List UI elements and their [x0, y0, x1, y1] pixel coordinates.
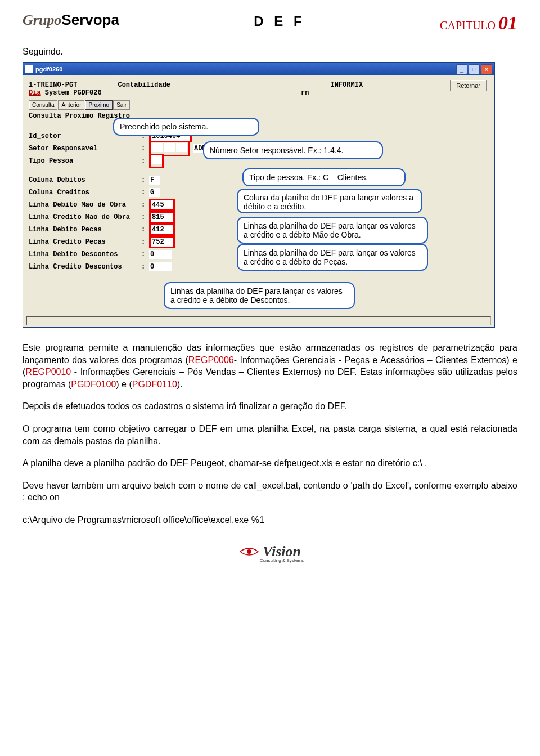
- coluna-creditos-label: Coluna Creditos: [29, 189, 141, 196]
- contabilidade-label: Contabilidade: [118, 81, 170, 89]
- consulta-registro-label: Consulta Proximo Registro: [29, 112, 489, 120]
- callout-linhas-mao-obra: Linhas da planilha do DEF para lançar os…: [237, 217, 428, 244]
- eye-icon: [239, 546, 259, 557]
- treino-label: 1-TREINO-PGT: [29, 81, 77, 89]
- setor-seg3[interactable]: [176, 143, 187, 152]
- linha-credito-mao-obra-value[interactable]: 815: [151, 213, 173, 222]
- status-inset: [26, 316, 491, 325]
- form-area: Preenchido pelo sistema. Número Setor re…: [23, 122, 494, 315]
- svg-point-0: [247, 549, 251, 554]
- close-button[interactable]: ×: [481, 64, 492, 74]
- code-pgdf0110: PGDF0110: [132, 379, 177, 389]
- linha-debito-mao-obra-label: Linha Debito Mao de Obra: [29, 201, 141, 209]
- system-label: System PGDF026: [41, 89, 102, 97]
- setor-seg2[interactable]: [164, 143, 175, 152]
- linha-debito-mao-obra-value[interactable]: 445: [151, 200, 173, 209]
- tipo-pessoa-label: Tipo Pessoa: [29, 157, 141, 165]
- app-window: pgdf0260 _ □ × Retornar 1-TREINO-PGT Con…: [22, 62, 495, 328]
- retornar-button[interactable]: Retornar: [450, 80, 487, 91]
- linha-debito-pecas-label: Linha Debito Pecas: [29, 226, 141, 234]
- doc-title: D E F: [254, 14, 305, 29]
- logo-servopa-word: Servopa: [61, 11, 119, 28]
- informix-label: INFORMIX: [330, 81, 363, 89]
- footer: Vision Consulting & Systems: [22, 543, 518, 563]
- capitulo-number: 01: [498, 12, 518, 33]
- code-regp0006: REGP0006: [188, 355, 234, 365]
- linha-debito-pecas-value[interactable]: 412: [151, 225, 173, 234]
- paragraph-1: Este programa permite a manutenção das i…: [22, 342, 518, 390]
- sair-button[interactable]: Sair: [113, 100, 130, 110]
- logo-gruposervopa: GrupoServopa: [22, 11, 119, 29]
- coluna-debitos-value[interactable]: F: [149, 176, 160, 185]
- linha-debito-descontos-value[interactable]: 0: [149, 250, 172, 259]
- intro-text: Seguindo.: [22, 47, 518, 57]
- dia-label: Dia: [29, 89, 41, 97]
- logo-grupo-word: Grupo: [22, 12, 61, 28]
- toolbar: Retornar 1-TREINO-PGT Contabilidade INFO…: [23, 75, 494, 122]
- rn-label: rn: [301, 89, 309, 97]
- callout-tipo-pessoa: Tipo de pessoa. Ex.: C – Clientes.: [242, 168, 406, 186]
- para1-d: ) e (: [116, 379, 132, 389]
- paragraph-3: O programa tem como objetivo carregar o …: [22, 423, 518, 447]
- code-regp0010: REGP0010: [25, 367, 71, 377]
- tipo-pessoa-value[interactable]: [151, 155, 162, 164]
- paragraph-5: Deve haver também um arquivo batch com o…: [22, 480, 518, 504]
- linha-credito-descontos-label: Linha Credito Descontos: [29, 263, 141, 271]
- paragraph-4: A planilha deve a planilha padrão do DEF…: [22, 457, 518, 469]
- callout-numero-setor: Número Setor responsável. Ex.: 1.4.4.: [203, 141, 383, 159]
- callout-linhas-descontos: Linhas da planilha do DEF para lançar os…: [164, 282, 355, 309]
- proximo-button[interactable]: Proximo: [85, 100, 112, 110]
- paragraph-6: c:\Arquivo de Programas\microsoft office…: [22, 514, 518, 526]
- para1-e: ).: [177, 379, 183, 389]
- callout-linhas-pecas: Linhas da planilha do DEF para lançar os…: [237, 244, 428, 271]
- app-icon: [25, 65, 33, 73]
- capitulo-word: CAPITULO: [440, 19, 496, 32]
- anterior-button[interactable]: Anterior: [58, 100, 84, 110]
- linha-credito-pecas-label: Linha Credito Pecas: [29, 238, 141, 246]
- vision-subtitle: Consulting & Systems: [46, 558, 518, 563]
- minimize-button[interactable]: _: [456, 64, 467, 74]
- window-titlebar: pgdf0260 _ □ ×: [23, 63, 494, 75]
- coluna-debitos-label: Coluna Debitos: [29, 176, 141, 184]
- linha-debito-descontos-label: Linha Debito Descontos: [29, 250, 141, 258]
- window-buttons: _ □ ×: [456, 64, 492, 74]
- page-header: GrupoServopa D E F CAPITULO 01: [22, 11, 518, 35]
- paragraph-2: Depois de efetuados todos os cadastros o…: [22, 400, 518, 413]
- status-bar: [23, 315, 494, 327]
- callout-coluna-planilha: Coluna da planilha do DEF para lançar va…: [237, 189, 422, 213]
- linha-credito-pecas-value[interactable]: 752: [151, 238, 173, 247]
- callout-preenchido: Preenchido pelo sistema.: [113, 118, 259, 136]
- window-title: pgdf0260: [35, 66, 62, 73]
- chapter-label: CAPITULO 01: [440, 12, 518, 34]
- consulta-button[interactable]: Consulta: [29, 100, 57, 110]
- linha-credito-mao-obra-label: Linha Credito Mao de Obra: [29, 213, 141, 221]
- code-pgdf0100: PGDF0100: [71, 379, 116, 389]
- setor-seg1[interactable]: [151, 143, 163, 152]
- setor-responsavel-label: Setor Responsavel: [29, 145, 141, 153]
- button-row: Consulta Anterior Proximo Sair: [29, 100, 489, 110]
- maximize-button[interactable]: □: [469, 64, 480, 74]
- coluna-creditos-value[interactable]: G: [149, 188, 160, 197]
- linha-credito-descontos-value[interactable]: 0: [149, 262, 172, 271]
